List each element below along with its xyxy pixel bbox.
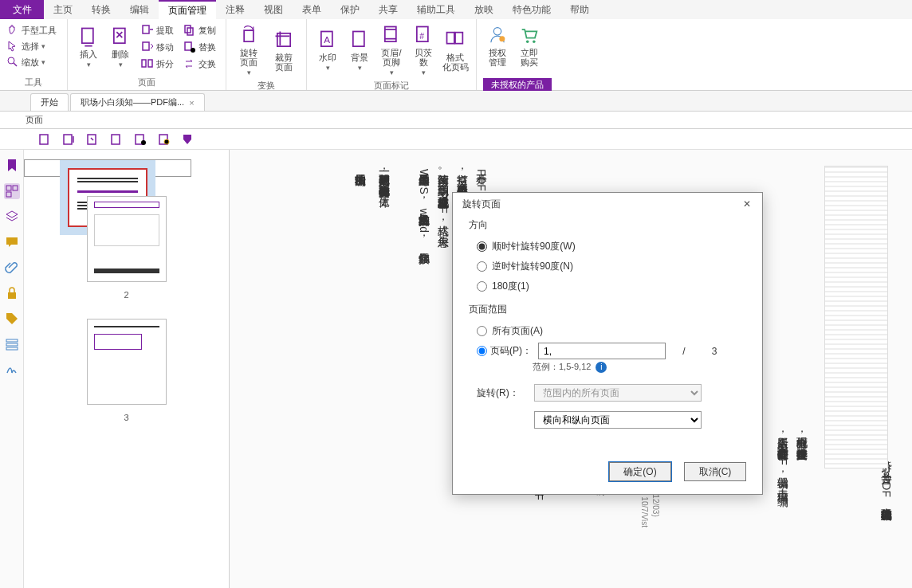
dialog-close-button[interactable]: ✕ <box>738 195 756 213</box>
menu-comment[interactable]: 注释 <box>216 0 254 19</box>
radio-all-input[interactable] <box>477 326 487 336</box>
page-extract[interactable]: 提取 <box>140 22 175 38</box>
page-swap[interactable]: 交换 <box>182 56 218 72</box>
menu-assist[interactable]: 辅助工具 <box>407 0 465 19</box>
sidetab-tags-icon[interactable] <box>4 311 20 327</box>
thumbnail-1[interactable]: 1 <box>24 159 191 177</box>
menu-view[interactable]: 视图 <box>254 0 293 19</box>
page-split[interactable]: 拆分 <box>140 56 175 72</box>
page-move-label: 移动 <box>156 41 174 53</box>
auth-manage-label: 授权 管理 <box>489 48 506 67</box>
bates[interactable]: #贝茨 数▾ <box>407 22 439 78</box>
page-copy-label: 复制 <box>199 25 216 37</box>
tool-zoom-label: 缩放 <box>22 57 39 69</box>
page-delete-label: 删除 <box>112 49 129 59</box>
radio-180[interactable]: 180度(1) <box>469 276 746 296</box>
menu-file[interactable]: 文件 <box>0 0 44 19</box>
ok-button[interactable]: 确定(O) <box>609 462 671 481</box>
menu-convert[interactable]: 转换 <box>82 0 120 19</box>
ribbon-group-name-pagemark: 页面标记 <box>312 78 471 93</box>
buy-now[interactable]: 立即 购买 <box>513 22 545 69</box>
close-icon[interactable]: × <box>189 98 194 108</box>
menu-bar: 文件 主页 转换 编辑 页面管理 注释 视图 表单 保护 共享 辅助工具 放映 … <box>0 0 912 19</box>
sidetab-comments-icon[interactable] <box>4 234 20 250</box>
menu-edit[interactable]: 编辑 <box>120 0 159 19</box>
tool-select[interactable]: 选择▾ <box>5 38 62 54</box>
thumb-tool-2-icon[interactable] <box>62 133 75 146</box>
tab-start[interactable]: 开始 <box>30 93 69 111</box>
delete-icon <box>109 25 132 48</box>
menu-help[interactable]: 帮助 <box>560 0 599 19</box>
radio-ccw[interactable]: 逆时针旋转90度(N) <box>469 257 746 276</box>
radio-ccw-input[interactable] <box>477 261 487 272</box>
sidetab-sign-icon[interactable] <box>4 362 20 378</box>
thumbnail-2[interactable]: 2 <box>24 191 229 300</box>
menu-page-manage[interactable]: 页面管理 <box>159 0 216 19</box>
sidetab-security-icon[interactable] <box>4 285 20 301</box>
radio-cw[interactable]: 顺时针旋转90度(W) <box>469 237 746 257</box>
thumb-tool-6-icon[interactable] <box>158 133 171 146</box>
chevron-down-icon: ▾ <box>326 64 330 72</box>
sidetab-attachments-icon[interactable] <box>4 260 20 276</box>
thumbnail-toolbar <box>0 129 912 150</box>
rotate-select-label: 旋转(R)： <box>477 386 528 400</box>
page-delete[interactable]: 删除▾ <box>104 24 136 70</box>
tool-select-label: 选择 <box>22 41 39 53</box>
ribbon-group-name-change: 变换 <box>231 78 301 93</box>
menu-play[interactable]: 放映 <box>465 0 503 19</box>
range-legend: 页面范围 <box>469 303 746 316</box>
sidetab-bookmark-icon[interactable] <box>4 158 20 174</box>
total-pages: 3 <box>702 346 726 357</box>
rotate-scope-select[interactable]: 范围内的所有页面 <box>534 384 702 402</box>
svg-rect-11 <box>148 60 152 67</box>
cancel-button[interactable]: 取消(C) <box>684 462 746 481</box>
format-code-label: 格式 化页码 <box>442 53 469 72</box>
background[interactable]: 背景▾ <box>344 27 375 73</box>
radio-page-numbers[interactable]: 页码(P)： <box>477 344 532 358</box>
tool-hand[interactable]: 手型工具 <box>5 22 62 38</box>
menu-home[interactable]: 主页 <box>44 0 82 19</box>
headerfooter[interactable]: 页眉/ 页脚▾ <box>375 22 407 78</box>
thumb-tool-4-icon[interactable] <box>110 133 123 146</box>
thumb-tool-3-icon[interactable] <box>86 133 99 146</box>
orientation-select[interactable]: 横向和纵向页面 <box>534 411 702 429</box>
radio-all-pages[interactable]: 所有页面(A) <box>469 321 746 341</box>
thumb-tool-1-icon[interactable] <box>38 133 51 146</box>
copy-icon <box>183 24 196 37</box>
sidetab-thumbnails-icon[interactable] <box>4 183 20 199</box>
replace-icon <box>183 41 196 53</box>
page-replace[interactable]: 替换 <box>182 39 218 55</box>
svg-rect-14 <box>185 42 191 50</box>
page-crop[interactable]: 裁剪 页面 <box>266 27 301 73</box>
auth-manage[interactable]: 授权 管理 <box>482 22 513 69</box>
page-move[interactable]: 移动 <box>140 39 175 55</box>
thumb-tool-5-icon[interactable] <box>134 133 147 146</box>
info-icon[interactable]: i <box>596 362 607 373</box>
page-insert[interactable]: 插入▾ <box>73 24 104 70</box>
tab-document[interactable]: 职场小白须知——PDF编...× <box>70 93 205 111</box>
ribbon-group-name-pages: 页面 <box>73 75 221 90</box>
thumbnail-3[interactable]: 3 <box>24 314 229 422</box>
svg-rect-47 <box>6 237 18 245</box>
radio-180-input[interactable] <box>477 281 487 292</box>
page-rotate[interactable]: 旋转 页面▾ <box>231 22 266 78</box>
menu-protect[interactable]: 保护 <box>331 0 369 19</box>
tool-zoom[interactable]: 缩放▾ <box>5 54 62 70</box>
thumb-tool-7-icon[interactable] <box>182 133 195 146</box>
watermark[interactable]: A水印▾ <box>312 27 344 73</box>
sidetab-layers-icon[interactable] <box>4 209 20 225</box>
svg-rect-28 <box>447 33 454 44</box>
page-copy[interactable]: 复制 <box>182 22 218 38</box>
menu-share[interactable]: 共享 <box>369 0 407 19</box>
menu-form[interactable]: 表单 <box>293 0 331 19</box>
page-separator: / <box>672 346 696 357</box>
dialog-titlebar[interactable]: 旋转页面 ✕ <box>453 193 762 215</box>
menu-special[interactable]: 特色功能 <box>503 0 560 19</box>
sidetab-fields-icon[interactable] <box>4 336 20 352</box>
panel-title: 页面 <box>26 114 43 126</box>
radio-cw-input[interactable] <box>477 241 487 252</box>
doc-text: 行简单阅读。而到了职场，您就会发现主流格式是 PDF 格式，您每天 <box>434 166 453 228</box>
page-numbers-input[interactable] <box>538 343 666 359</box>
format-code[interactable]: 格式 化页码 <box>439 27 471 73</box>
radio-pages-input[interactable] <box>477 346 487 356</box>
